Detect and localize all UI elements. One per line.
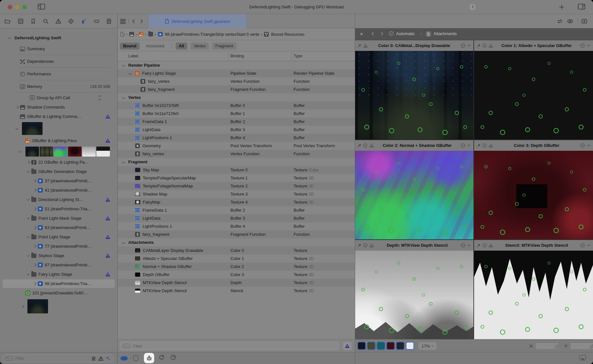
attachment-preview[interactable]	[355, 51, 473, 139]
draw-call-icon[interactable]	[158, 32, 163, 36]
nav-item[interactable]: 41 [drawIndexedPrimiti…	[0, 186, 117, 195]
nav-item-project[interactable]: DeferredLighting Swift	[0, 33, 117, 43]
chevron-down-icon[interactable]	[587, 244, 590, 247]
draw-call-filter-icon[interactable]	[106, 356, 111, 361]
attachment-swatch[interactable]	[396, 342, 404, 350]
resource-group-row[interactable]: Attachments	[117, 238, 355, 246]
bookmark-navigator-icon[interactable]	[30, 18, 37, 25]
nav-item[interactable]: 37 [drawIndexedPrimiti…	[0, 176, 117, 186]
add-tab-icon[interactable]	[559, 4, 565, 11]
zoom-control[interactable]: 17%	[419, 342, 436, 350]
right-sidebar-toggle-icon[interactable]	[578, 4, 586, 11]
history-back-icon[interactable]	[130, 18, 137, 25]
search-navigator-icon[interactable]	[42, 18, 49, 25]
table-filter-input[interactable]	[131, 344, 339, 349]
render-thumbnails[interactable]	[25, 147, 110, 157]
resource-row[interactable]: MTKView Depth StencilStencilTexture2D	[117, 287, 355, 295]
resource-group-row[interactable]: Render Pipeline	[117, 61, 355, 69]
disclosure-down-icon[interactable]	[17, 150, 24, 153]
chevron-down-icon[interactable]	[467, 244, 471, 247]
eyedropper-icon[interactable]	[477, 44, 481, 48]
eyedropper-icon[interactable]	[357, 44, 361, 48]
nav-item[interactable]	[0, 121, 117, 136]
nav-item[interactable]: 22 GBuffer & Lighting Pa…	[0, 158, 117, 167]
reports-navigator-icon[interactable]	[105, 18, 112, 25]
panel-divider[interactable]	[355, 14, 355, 364]
files-navigator-icon[interactable]	[4, 18, 11, 25]
ellipsis-menu-icon[interactable]	[580, 143, 585, 148]
segment-fragment[interactable]: Fragment	[212, 43, 237, 50]
attachment-preview[interactable]	[355, 251, 473, 339]
resource-row[interactable]: Temple/FoliageSpecularMapTexture 1Textur…	[117, 174, 355, 182]
nav-item[interactable]: Group by API Call	[0, 93, 117, 102]
stage-folder-icon[interactable]	[148, 32, 153, 36]
warning-filter-icon[interactable]	[98, 356, 103, 361]
swap-views-icon[interactable]	[556, 18, 563, 25]
resource-row[interactable]: LightPositions 1Buffer 4Buffer	[117, 222, 355, 230]
column-label[interactable]: Label	[128, 54, 138, 58]
disclosure-down-icon[interactable]	[25, 198, 31, 201]
disclosure-down-icon[interactable]	[25, 170, 31, 173]
disclosure-right-icon[interactable]	[32, 208, 38, 210]
nav-item[interactable]: Directional Lighting St…	[0, 195, 117, 204]
attachment-preview[interactable]	[474, 151, 593, 239]
command-buffer-icon[interactable]	[129, 32, 134, 36]
resource-row[interactable]: LightDataBuffer 3Buffer	[117, 126, 355, 134]
render-thumbnails[interactable]	[22, 122, 43, 135]
eyedropper-icon[interactable]	[477, 144, 481, 148]
stepper-icon[interactable]	[99, 96, 101, 100]
info-icon[interactable]	[363, 243, 367, 247]
chevron-down-icon[interactable]	[467, 144, 471, 147]
breadcrumb-page[interactable]: Bound Resources	[271, 32, 304, 37]
resource-row[interactable]: CAMetalLayer Display DrawableColor 0Text…	[117, 246, 355, 254]
crash-navigator-icon[interactable]	[17, 18, 24, 25]
column-binding[interactable]: Binding	[230, 54, 244, 58]
render-thumbnails[interactable]	[27, 299, 48, 313]
attachment-swatch[interactable]	[367, 342, 375, 350]
nav-item[interactable]: 77 [drawIndexedPrimiti…	[0, 242, 117, 251]
breakpoint-pill-icon[interactable]	[121, 354, 128, 360]
resource-row[interactable]: GeometryPost Vertex TransformPost Vertex…	[117, 142, 355, 150]
disclosure-right-icon[interactable]	[32, 180, 38, 182]
bottom-panel-toggle-icon[interactable]	[579, 355, 586, 360]
ellipsis-menu-icon[interactable]	[461, 43, 465, 48]
eyedropper-icon[interactable]	[357, 244, 361, 247]
x-stepper[interactable]	[555, 342, 559, 350]
resource-row[interactable]: fairy_fragmentFragment FunctionFunction	[117, 85, 355, 93]
sidebar-divider[interactable]	[117, 14, 118, 364]
disclosure-right-icon[interactable]	[19, 305, 25, 308]
resource-row[interactable]: Normal + Shadow GBufferColor 2Texture2D	[117, 263, 355, 271]
segment-accessed[interactable]: Accessed	[143, 43, 167, 50]
resource-row[interactable]: MTKView Depth StencilDepthTexture2D	[117, 279, 355, 287]
resource-row[interactable]: Temple/FoliageNormalMapTexture 2Texture2…	[117, 182, 355, 190]
column-type[interactable]: Type	[294, 54, 302, 58]
resource-row[interactable]: FrameData 1Buffer 2Buffer	[117, 118, 355, 126]
automatic-mode[interactable]: Automatic	[396, 31, 415, 36]
info-icon[interactable]	[482, 143, 487, 148]
nav-item[interactable]: GBuffer & Lighting Comma…	[0, 112, 117, 121]
debug-bar-toggle-highlighted[interactable]	[144, 353, 154, 363]
disclosure-down-icon[interactable]	[25, 217, 31, 219]
resource-group-row[interactable]: Fragment	[117, 158, 355, 166]
resource-row[interactable]: Sky MapTexture 0TextureCube	[117, 166, 355, 174]
eyedropper-icon[interactable]	[477, 244, 481, 247]
nav-item[interactable]: 63 [drawIndexedPrimit…	[0, 223, 117, 232]
nav-item[interactable]: Skybox Stage	[0, 251, 117, 260]
y-stepper[interactable]	[589, 342, 593, 350]
nav-item[interactable]: Summary	[0, 43, 117, 55]
performance-gauge-icon[interactable]	[170, 354, 176, 360]
disclosure-down-icon[interactable]	[25, 236, 31, 238]
breadcrumb-draw-call[interactable]: 98 [drawPrimitives:TriangleStrip vertexS…	[165, 32, 259, 37]
disclosure-down-icon[interactable]	[129, 72, 132, 75]
attachment-preview[interactable]	[474, 251, 593, 339]
nav-item[interactable]: 87 [drawIndexedPrimiti…	[0, 260, 117, 270]
resource-row[interactable]: Fairy Lights StagePipeline StateRender P…	[117, 69, 355, 77]
nav-item[interactable]: 101 [presentDrawable:0x60…	[0, 288, 117, 298]
chevron-down-icon[interactable]	[587, 44, 590, 47]
compare-circles-icon[interactable]	[567, 18, 574, 25]
disclosure-down-icon[interactable]	[122, 64, 125, 67]
nav-item[interactable]: Memory138.35 MiB	[0, 80, 117, 93]
attachment-swatch[interactable]	[377, 342, 385, 350]
chevron-down-icon[interactable]	[587, 144, 590, 147]
segment-vertex[interactable]: Vertex	[190, 43, 209, 50]
